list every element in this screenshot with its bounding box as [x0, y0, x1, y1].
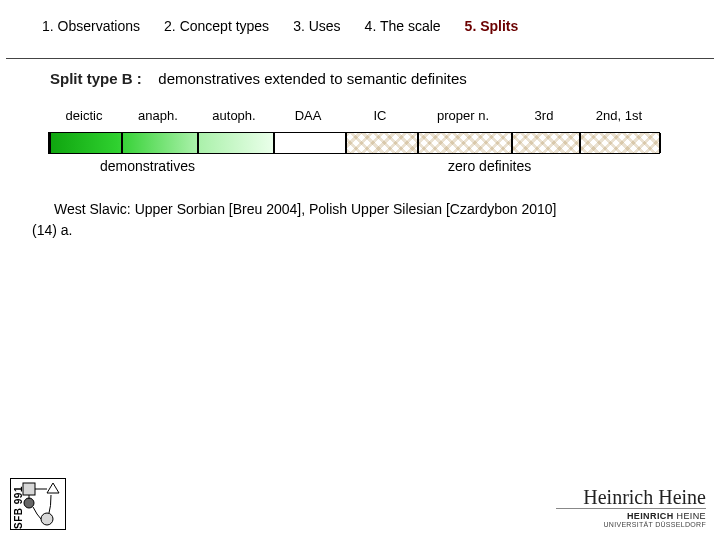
hhu-signature: Heinrich Heine	[556, 488, 706, 506]
bar-divider	[417, 133, 419, 153]
bar-divider	[511, 133, 513, 153]
sfb-text: SFB 991	[13, 486, 24, 529]
hhu-subtitle: UNIVERSITÄT DÜSSELDORF	[556, 521, 706, 528]
col-ic: IC	[344, 108, 416, 123]
col-anaph: anaph.	[120, 108, 196, 123]
col-deictic: deictic	[48, 108, 120, 123]
tab-observations[interactable]: 1. Observations	[42, 18, 140, 34]
col-autoph: autoph.	[196, 108, 272, 123]
body-text: West Slavic: Upper Sorbian [Breu 2004], …	[32, 200, 696, 240]
bar-divider	[579, 133, 581, 153]
body-line-1: West Slavic: Upper Sorbian [Breu 2004], …	[32, 200, 696, 219]
sfb-logo: SFB 991	[10, 478, 66, 530]
definiteness-scale-bar	[48, 132, 660, 154]
zero-definites-segment	[345, 133, 659, 153]
svg-point-3	[41, 513, 53, 525]
hhu-name: HEINRICH HEINE	[556, 508, 706, 521]
annotation-zero-definites: zero definites	[448, 158, 531, 174]
scale-column-labels: deictic anaph. autoph. DAA IC proper n. …	[48, 108, 660, 128]
bar-divider	[49, 133, 51, 153]
col-2nd-1st: 2nd, 1st	[578, 108, 660, 123]
tab-scale[interactable]: 4. The scale	[365, 18, 441, 34]
svg-marker-1	[47, 483, 59, 493]
col-daa: DAA	[272, 108, 344, 123]
bar-divider	[273, 133, 275, 153]
bar-divider	[659, 133, 661, 153]
svg-rect-0	[23, 483, 35, 495]
tab-splits[interactable]: 5. Splits	[465, 18, 519, 34]
bar-divider	[121, 133, 123, 153]
hhu-logo: Heinrich Heine HEINRICH HEINE UNIVERSITÄ…	[556, 488, 706, 528]
annotation-demonstratives: demonstratives	[100, 158, 195, 174]
svg-point-2	[24, 498, 34, 508]
tab-concept-types[interactable]: 2. Concept types	[164, 18, 269, 34]
demonstratives-segment	[50, 133, 273, 153]
heading-label: Split type B :	[50, 70, 142, 87]
col-proper-n: proper n.	[416, 108, 510, 123]
heading-text: demonstratives extended to semantic defi…	[158, 70, 467, 87]
tab-uses[interactable]: 3. Uses	[293, 18, 340, 34]
bar-divider	[345, 133, 347, 153]
example-label: (14) a.	[32, 221, 696, 240]
bar-divider	[197, 133, 199, 153]
divider	[6, 58, 714, 59]
tab-row: 1. Observations 2. Concept types 3. Uses…	[42, 18, 696, 34]
col-3rd: 3rd	[510, 108, 578, 123]
slide-heading: Split type B : demonstratives extended t…	[50, 70, 467, 87]
